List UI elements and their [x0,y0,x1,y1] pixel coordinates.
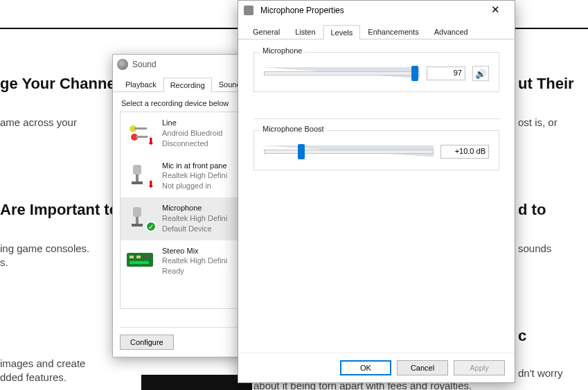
cancel-button[interactable]: Cancel [397,360,448,375]
mic-titlebar[interactable]: Microphone Properties ✕ [238,1,515,20]
speaker-icon[interactable]: 🔊 [472,66,489,81]
mic-footer: OK Cancel Apply [238,353,515,382]
tab-enhancements[interactable]: Enhancements [360,24,426,39]
svg-rect-7 [133,207,141,217]
svg-rect-10 [127,253,153,267]
tab-playback[interactable]: Playback [118,77,163,91]
microphone-level-group: Microphone 97 🔊 [253,52,499,92]
svg-rect-8 [136,217,139,224]
configure-button[interactable]: Configure [120,335,174,350]
svg-rect-5 [136,175,139,181]
bg-text: ing game consoles. [0,242,89,254]
tab-recording[interactable]: Recording [163,78,212,92]
slider-thumb[interactable] [411,66,418,81]
tab-advanced[interactable]: Advanced [427,24,476,39]
microphone-boost-group: Microphone Boost +10.0 dB [253,130,499,170]
bg-heading-right: ut Their [518,75,574,93]
plugs-icon: ⬇ [125,118,155,145]
bg-text: s. [0,256,8,268]
slider-thumb[interactable] [298,144,305,159]
svg-rect-4 [133,165,141,175]
microphone-level-slider[interactable] [264,65,420,82]
bg-text: ost is, or [518,116,558,128]
bg-heading-1: ge Your Channel [0,75,120,93]
mic-titlebar-icon [244,6,253,15]
svg-rect-12 [136,256,141,258]
microphone-boost-legend: Microphone Boost [260,125,327,133]
check-badge-icon: ✓ [145,221,157,232]
tab-listen[interactable]: Listen [287,24,323,39]
bg-text: dded features. [0,371,66,383]
apply-button: Apply [454,360,505,375]
down-arrow-badge-icon: ⬇ [145,179,157,190]
sound-title: Sound [132,60,157,69]
bg-text: images and create [0,357,85,369]
ok-button[interactable]: OK [340,360,391,375]
microphone-level-value[interactable]: 97 [427,67,465,80]
close-icon[interactable]: ✕ [481,3,509,18]
sound-titlebar-icon [117,59,128,70]
down-arrow-badge-icon: ⬇ [145,136,157,147]
microphone-boost-value[interactable]: +10.0 dB [440,145,489,159]
mic-jack-icon: ✓ [125,203,155,231]
svg-rect-6 [132,181,143,184]
microphone-boost-slider[interactable] [264,143,434,160]
tab-levels[interactable]: Levels [323,25,361,39]
circuit-board-icon [125,246,155,274]
bg-text: sounds [518,242,551,254]
mic-jack-icon: ⬇ [125,161,155,188]
microphone-level-legend: Microphone [260,46,305,55]
tab-general[interactable]: General [245,24,287,39]
bg-heading-right: c [518,327,526,345]
mic-title: Microphone Properties [259,6,481,15]
svg-rect-1 [134,127,147,130]
svg-rect-13 [143,256,148,258]
bg-heading-right: d to [518,201,546,219]
embedded-image-strip [141,375,252,390]
mic-tabs: General Listen Levels Enhancements Advan… [238,20,515,39]
svg-rect-14 [130,261,149,264]
mic-properties-window: Microphone Properties ✕ General Listen L… [238,0,515,383]
bg-text: ame across your [0,116,77,128]
bg-text: dn't worry [518,367,563,379]
svg-rect-11 [130,256,134,258]
bg-heading-2: Are Important to [0,201,118,219]
svg-rect-9 [132,224,143,227]
